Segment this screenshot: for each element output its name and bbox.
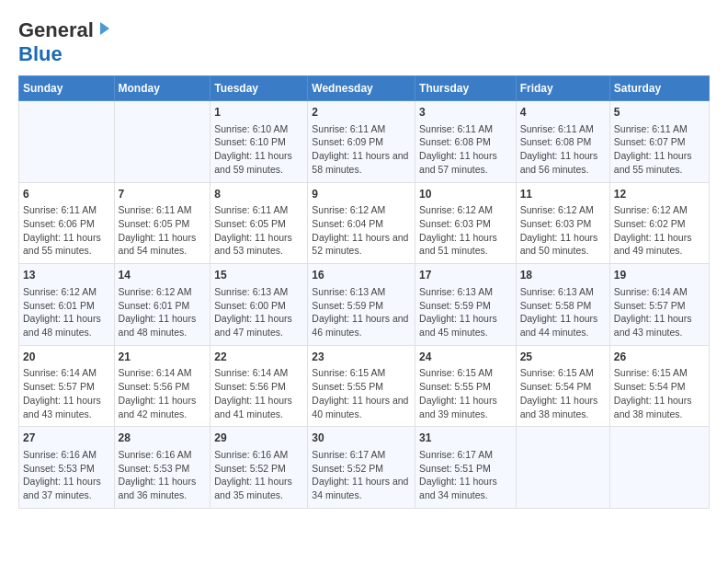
calendar-cell: 9Sunrise: 6:12 AM Sunset: 6:04 PM Daylig… <box>308 182 415 264</box>
day-number: 4 <box>520 105 606 121</box>
day-info: Sunrise: 6:17 AM Sunset: 5:52 PM Dayligh… <box>312 448 411 502</box>
calendar-cell: 13Sunrise: 6:12 AM Sunset: 6:01 PM Dayli… <box>19 264 115 346</box>
calendar-header-wednesday: Wednesday <box>308 76 415 101</box>
day-info: Sunrise: 6:11 AM Sunset: 6:05 PM Dayligh… <box>214 203 303 258</box>
day-number: 31 <box>419 431 512 446</box>
day-number: 28 <box>119 431 207 446</box>
day-info: Sunrise: 6:12 AM Sunset: 6:01 PM Dayligh… <box>23 285 110 339</box>
day-number: 3 <box>419 105 512 121</box>
calendar-week-row: 20Sunrise: 6:14 AM Sunset: 5:57 PM Dayli… <box>19 345 710 427</box>
logo-general: General <box>18 18 94 42</box>
day-number: 29 <box>214 431 303 446</box>
calendar-header-row: SundayMondayTuesdayWednesdayThursdayFrid… <box>19 76 710 101</box>
day-number: 19 <box>614 268 705 283</box>
day-number: 13 <box>23 268 110 283</box>
calendar-cell: 18Sunrise: 6:13 AM Sunset: 5:58 PM Dayli… <box>516 264 609 346</box>
day-number: 21 <box>119 350 207 365</box>
calendar-cell: 22Sunrise: 6:14 AM Sunset: 5:56 PM Dayli… <box>210 345 308 427</box>
day-number: 5 <box>614 105 705 121</box>
calendar-cell: 5Sunrise: 6:11 AM Sunset: 6:07 PM Daylig… <box>609 101 709 183</box>
logo: General Blue <box>18 18 113 66</box>
calendar-cell: 27Sunrise: 6:16 AM Sunset: 5:53 PM Dayli… <box>19 427 115 509</box>
calendar-cell: 6Sunrise: 6:11 AM Sunset: 6:06 PM Daylig… <box>19 182 115 264</box>
calendar-cell: 14Sunrise: 6:12 AM Sunset: 6:01 PM Dayli… <box>114 264 210 346</box>
day-info: Sunrise: 6:15 AM Sunset: 5:54 PM Dayligh… <box>520 366 606 420</box>
day-info: Sunrise: 6:14 AM Sunset: 5:56 PM Dayligh… <box>214 366 303 420</box>
calendar-week-row: 6Sunrise: 6:11 AM Sunset: 6:06 PM Daylig… <box>19 182 710 264</box>
day-info: Sunrise: 6:14 AM Sunset: 5:57 PM Dayligh… <box>23 366 110 420</box>
day-number: 9 <box>312 187 411 202</box>
day-number: 22 <box>214 350 303 365</box>
calendar-cell: 28Sunrise: 6:16 AM Sunset: 5:53 PM Dayli… <box>114 427 210 509</box>
calendar-header-sunday: Sunday <box>19 76 115 101</box>
day-number: 24 <box>419 350 512 365</box>
day-info: Sunrise: 6:10 AM Sunset: 6:10 PM Dayligh… <box>214 122 303 177</box>
calendar-week-row: 27Sunrise: 6:16 AM Sunset: 5:53 PM Dayli… <box>19 427 710 509</box>
calendar-cell: 21Sunrise: 6:14 AM Sunset: 5:56 PM Dayli… <box>114 345 210 427</box>
calendar-cell: 12Sunrise: 6:12 AM Sunset: 6:02 PM Dayli… <box>609 182 709 264</box>
logo-blue: Blue <box>18 42 63 65</box>
day-number: 2 <box>312 105 411 121</box>
calendar-cell <box>19 101 115 183</box>
day-number: 26 <box>614 350 705 365</box>
calendar-cell: 4Sunrise: 6:11 AM Sunset: 6:08 PM Daylig… <box>516 101 609 183</box>
calendar-cell: 16Sunrise: 6:13 AM Sunset: 5:59 PM Dayli… <box>308 264 415 346</box>
calendar-header-monday: Monday <box>114 76 210 101</box>
calendar-cell: 30Sunrise: 6:17 AM Sunset: 5:52 PM Dayli… <box>308 427 415 509</box>
day-info: Sunrise: 6:13 AM Sunset: 5:59 PM Dayligh… <box>419 285 512 339</box>
day-number: 7 <box>119 187 207 202</box>
calendar-header-saturday: Saturday <box>609 76 709 101</box>
day-number: 30 <box>312 431 411 446</box>
calendar-cell: 15Sunrise: 6:13 AM Sunset: 6:00 PM Dayli… <box>210 264 308 346</box>
calendar-cell: 2Sunrise: 6:11 AM Sunset: 6:09 PM Daylig… <box>308 101 415 183</box>
day-number: 20 <box>23 350 110 365</box>
calendar-header-tuesday: Tuesday <box>210 76 308 101</box>
calendar-cell: 7Sunrise: 6:11 AM Sunset: 6:05 PM Daylig… <box>114 182 210 264</box>
calendar-cell: 29Sunrise: 6:16 AM Sunset: 5:52 PM Dayli… <box>210 427 308 509</box>
calendar-cell: 10Sunrise: 6:12 AM Sunset: 6:03 PM Dayli… <box>415 182 517 264</box>
day-number: 10 <box>419 187 512 202</box>
day-number: 15 <box>214 268 303 283</box>
day-info: Sunrise: 6:15 AM Sunset: 5:54 PM Dayligh… <box>614 366 705 420</box>
calendar-cell: 24Sunrise: 6:15 AM Sunset: 5:55 PM Dayli… <box>415 345 517 427</box>
day-number: 23 <box>312 350 411 365</box>
calendar-week-row: 13Sunrise: 6:12 AM Sunset: 6:01 PM Dayli… <box>19 264 710 346</box>
day-number: 8 <box>214 187 303 202</box>
day-info: Sunrise: 6:15 AM Sunset: 5:55 PM Dayligh… <box>312 366 411 420</box>
calendar-cell: 31Sunrise: 6:17 AM Sunset: 5:51 PM Dayli… <box>415 427 517 509</box>
svg-marker-0 <box>100 22 109 35</box>
calendar-header-friday: Friday <box>516 76 609 101</box>
day-info: Sunrise: 6:12 AM Sunset: 6:02 PM Dayligh… <box>614 203 705 258</box>
calendar-cell: 23Sunrise: 6:15 AM Sunset: 5:55 PM Dayli… <box>308 345 415 427</box>
logo-arrow-icon <box>97 20 113 40</box>
day-info: Sunrise: 6:12 AM Sunset: 6:04 PM Dayligh… <box>312 203 411 258</box>
day-number: 12 <box>614 187 705 202</box>
calendar-cell: 17Sunrise: 6:13 AM Sunset: 5:59 PM Dayli… <box>415 264 517 346</box>
calendar-cell <box>609 427 709 509</box>
calendar-week-row: 1Sunrise: 6:10 AM Sunset: 6:10 PM Daylig… <box>19 101 710 183</box>
day-info: Sunrise: 6:17 AM Sunset: 5:51 PM Dayligh… <box>419 448 512 502</box>
calendar-cell: 8Sunrise: 6:11 AM Sunset: 6:05 PM Daylig… <box>210 182 308 264</box>
calendar-cell: 20Sunrise: 6:14 AM Sunset: 5:57 PM Dayli… <box>19 345 115 427</box>
calendar-cell: 25Sunrise: 6:15 AM Sunset: 5:54 PM Dayli… <box>516 345 609 427</box>
day-info: Sunrise: 6:16 AM Sunset: 5:52 PM Dayligh… <box>214 448 303 502</box>
day-info: Sunrise: 6:12 AM Sunset: 6:01 PM Dayligh… <box>119 285 207 339</box>
day-info: Sunrise: 6:14 AM Sunset: 5:56 PM Dayligh… <box>119 366 207 420</box>
day-info: Sunrise: 6:12 AM Sunset: 6:03 PM Dayligh… <box>419 203 512 258</box>
day-number: 27 <box>23 431 110 446</box>
day-info: Sunrise: 6:13 AM Sunset: 5:58 PM Dayligh… <box>520 285 606 339</box>
day-info: Sunrise: 6:12 AM Sunset: 6:03 PM Dayligh… <box>520 203 606 258</box>
calendar-cell: 19Sunrise: 6:14 AM Sunset: 5:57 PM Dayli… <box>609 264 709 346</box>
day-info: Sunrise: 6:11 AM Sunset: 6:06 PM Dayligh… <box>23 203 110 258</box>
day-info: Sunrise: 6:11 AM Sunset: 6:08 PM Dayligh… <box>419 122 512 177</box>
day-info: Sunrise: 6:16 AM Sunset: 5:53 PM Dayligh… <box>23 448 110 502</box>
day-number: 14 <box>119 268 207 283</box>
calendar-cell: 11Sunrise: 6:12 AM Sunset: 6:03 PM Dayli… <box>516 182 609 264</box>
day-info: Sunrise: 6:11 AM Sunset: 6:08 PM Dayligh… <box>520 122 606 177</box>
day-number: 11 <box>520 187 606 202</box>
day-info: Sunrise: 6:13 AM Sunset: 6:00 PM Dayligh… <box>214 285 303 339</box>
day-info: Sunrise: 6:11 AM Sunset: 6:05 PM Dayligh… <box>119 203 207 258</box>
day-number: 18 <box>520 268 606 283</box>
calendar-cell: 3Sunrise: 6:11 AM Sunset: 6:08 PM Daylig… <box>415 101 517 183</box>
calendar-cell <box>114 101 210 183</box>
